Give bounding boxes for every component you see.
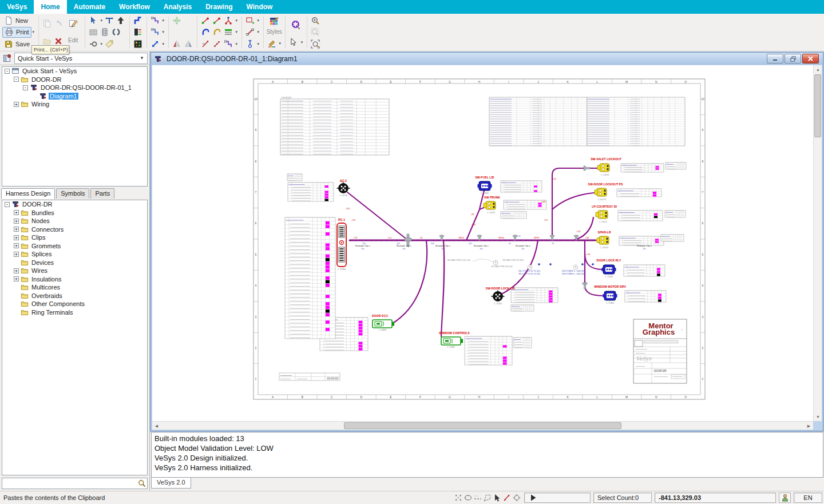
user-icon[interactable] (779, 493, 791, 503)
pan-move-tool[interactable] (172, 15, 183, 26)
select-tool[interactable] (88, 15, 99, 26)
select-cursor-icon[interactable] (288, 37, 299, 47)
raise-tool[interactable] (116, 15, 126, 26)
pointer-mode-icon[interactable] (492, 493, 502, 502)
stretch-tool[interactable] (150, 39, 161, 49)
table-style-tool-dropdown[interactable]: ▼ (235, 30, 239, 34)
topology-tool[interactable] (223, 15, 234, 26)
harness-tree-item-overbraids[interactable]: Overbraids (2, 292, 147, 300)
connector-window-motor-drv[interactable] (603, 291, 617, 300)
vscroll-thumb[interactable] (814, 74, 821, 137)
close-button[interactable] (802, 54, 819, 64)
route-options-tool-dropdown[interactable]: ▼ (235, 42, 239, 46)
undo-icon[interactable] (53, 18, 64, 29)
harness-tree-item-wires[interactable]: +Wires (2, 267, 147, 275)
select-dropdown-arrow[interactable]: ▼ (300, 41, 304, 44)
menu-drawing[interactable]: Drawing (199, 0, 239, 14)
segment-tool-dropdown[interactable]: ▼ (256, 30, 260, 34)
bundle-route-tool-dropdown[interactable]: ▼ (161, 19, 165, 22)
tree-expander-plus[interactable]: + (14, 102, 19, 107)
tree-expander-minus[interactable]: - (14, 77, 19, 82)
format-brush-icon[interactable] (267, 38, 278, 49)
connector-window-controls[interactable] (441, 337, 463, 345)
bend-hook-tool[interactable] (200, 27, 211, 37)
menu-home[interactable]: Home (34, 0, 66, 14)
scroll-left-arrow[interactable]: ◀ (152, 422, 161, 430)
hscroll-thumb[interactable] (344, 422, 621, 429)
stretch-tool-dropdown[interactable]: ▼ (161, 42, 165, 46)
snap-dashed-icon[interactable] (473, 493, 482, 502)
language-box[interactable]: EN (794, 493, 822, 503)
tree-expander-minus[interactable]: - (23, 85, 28, 90)
tree-expander-minus[interactable]: - (5, 69, 10, 74)
tree-expander-minus[interactable]: - (5, 202, 10, 207)
topology-tool-dropdown[interactable]: ▼ (235, 19, 239, 22)
project-tree-item-door-dr[interactable]: -DOOR-DR (2, 76, 147, 84)
add-area-tool-dropdown[interactable]: ▼ (256, 19, 260, 22)
clamp-tool[interactable] (111, 27, 122, 37)
add-area-tool[interactable] (245, 15, 256, 26)
harness-tree-item-multicores[interactable]: Multicores (2, 283, 147, 292)
mirror-vertical-tool[interactable] (183, 39, 194, 49)
scroll-up-arrow[interactable]: ▲ (814, 65, 822, 74)
new-button[interactable]: New (2, 15, 35, 26)
scroll-right-arrow[interactable]: ▶ (805, 422, 813, 430)
route-options-tool[interactable] (223, 39, 234, 49)
crosshair-icon[interactable] (512, 493, 521, 502)
scroll-down-arrow[interactable]: ▼ (814, 412, 822, 421)
console-output[interactable]: Built-in modules loaded: 13Object Model … (151, 432, 823, 478)
tree-expander-plus[interactable]: + (14, 219, 19, 224)
harness-tree-item-devices[interactable]: Devices (2, 259, 147, 267)
zoom-in-icon[interactable] (310, 15, 321, 26)
project-tree-item-door-dr-qsi-door-dr-01-1[interactable]: -DOOR-DR:QSI-DOOR-DR-01_1 (2, 84, 147, 92)
pinout-tool[interactable] (133, 27, 144, 37)
harness-tree-item-connectors[interactable]: +Connectors (2, 225, 147, 234)
select-tool-dropdown[interactable]: ▼ (100, 19, 104, 22)
select-all-asterisk-icon[interactable] (288, 17, 303, 32)
tree-expander-plus[interactable]: + (14, 243, 19, 248)
tab-harness-design[interactable]: Harness Design (1, 188, 55, 199)
pin-drop-tool[interactable] (245, 39, 256, 49)
measure-tool-a[interactable] (200, 15, 211, 26)
connector-door-ecu[interactable] (373, 320, 394, 328)
segment-tool[interactable] (245, 27, 256, 37)
restore-button[interactable] (785, 54, 801, 64)
minimize-button[interactable] (767, 54, 783, 64)
tab-parts[interactable]: Parts (90, 188, 114, 199)
print-dropdown-arrow[interactable]: ▼ (31, 30, 35, 34)
project-tree-item-diagram1[interactable]: Diagram1 (2, 92, 147, 101)
connector-door-lock-rly[interactable] (602, 265, 616, 274)
project-tree-item-wiring[interactable]: +Wiring (2, 100, 147, 109)
tree-expander-plus[interactable]: + (14, 210, 19, 215)
styles-palette-icon[interactable] (267, 14, 282, 28)
harness-tree-item-insulations[interactable]: +Insulations (2, 275, 147, 284)
connector-table-tool[interactable] (88, 27, 99, 37)
menu-vesys[interactable]: VeSys (0, 0, 34, 14)
document-title-bar[interactable]: DOOR-DR:QSI-DOOR-DR-01_1:Diagram1 (151, 53, 823, 65)
search-input[interactable] (2, 479, 137, 488)
board-view-tool[interactable] (133, 39, 144, 49)
label-tag-tool[interactable] (104, 39, 115, 49)
connector-sw-fuel-lid[interactable] (478, 181, 492, 191)
menu-analysis[interactable]: Analysis (157, 0, 199, 14)
console-tab-vesys[interactable]: VeSys 2.0 (151, 478, 191, 489)
harness-tree-item-clips[interactable]: +Clips (2, 233, 147, 242)
print-button[interactable]: Print (2, 27, 31, 38)
wire-snap-icon[interactable] (502, 493, 512, 502)
tack-points-tool[interactable] (212, 39, 223, 49)
measure-tool-b[interactable] (212, 15, 223, 26)
harness-tree-item-grommets[interactable]: +Grommets (2, 242, 147, 251)
menu-window[interactable]: Window (240, 0, 280, 14)
module-tool[interactable] (100, 27, 110, 37)
edit-pencil-icon[interactable] (65, 16, 82, 31)
snap-polygon-icon[interactable] (482, 493, 492, 502)
snap-ellipse-icon[interactable] (463, 493, 473, 502)
horizontal-scrollbar[interactable]: ◀ ▶ (152, 421, 813, 430)
menu-automate[interactable]: Automate (67, 0, 112, 14)
zoom-selection-icon[interactable] (310, 27, 321, 37)
bend-hook-alt-tool[interactable] (212, 27, 223, 37)
project-tree-item-quick-start-vesys[interactable]: -Quick Start - VeSys (2, 67, 147, 76)
snap-grid-icon[interactable] (453, 493, 463, 502)
ring-terminal-tool[interactable] (88, 39, 99, 49)
tree-expander-plus[interactable]: + (14, 235, 19, 240)
